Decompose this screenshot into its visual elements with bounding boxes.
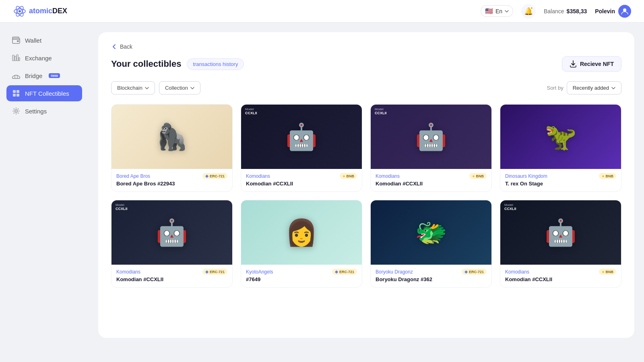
page-title: Your collectibles [111,59,181,69]
nft-info: Komodians ● BNB Komodian #CCXLII [500,265,621,287]
sort-chevron-icon [611,87,615,89]
nft-image: 🐲 [371,200,491,265]
svg-rect-10 [19,58,20,61]
nft-name: Komodian #CCXLII [246,181,357,187]
sidebar-item-bridge[interactable]: Bridge new [6,68,82,84]
nft-chain-badge: ● BNB [599,269,616,275]
sort-value: Recently added [573,85,609,91]
blockchain-filter[interactable]: Blockchain [111,81,155,95]
nft-collection-row: Komodians ◆ ERC-721 [116,269,227,275]
nft-collection-name: Komodians [116,269,140,275]
chevron-down-icon [505,10,509,12]
nft-icon [12,89,20,97]
collection-chevron-icon [190,87,194,89]
nft-chain-badge: ◆ ERC-721 [462,269,487,275]
sort-by-label: Sort by [547,85,563,91]
filters-row: Blockchain Collection Sort by [111,81,621,95]
nft-chain-badge: ◆ ERC-721 [202,173,227,179]
wallet-icon [12,36,20,44]
flag-icon: 🇺🇸 [485,7,493,15]
nft-chain-badge: ◆ ERC-721 [202,269,227,275]
logo[interactable]: atomicDEX [13,4,67,18]
svg-rect-18 [13,94,16,97]
receive-nft-label: Recieve NFT [580,61,614,67]
nft-name: Komodian #CCXLII [505,276,616,282]
nft-name: Bored Ape Bros #22943 [116,181,227,187]
sidebar-item-settings-label: Settings [25,108,47,115]
balance-section: Balance $358,33 [544,8,587,14]
model-label: ModelCCXLII [116,204,128,211]
nft-image: ModelCCXLII 🤖 [500,200,621,265]
sidebar-item-wallet[interactable]: Wallet [6,32,82,48]
nft-card[interactable]: 🐲 Boryoku Dragonz ◆ ERC-721 Boryoku Drag… [370,200,492,288]
nft-image: 👩 [241,200,362,265]
nft-card[interactable]: 🦍 Bored Ape Bros ◆ ERC-721 Bored Ape Bro… [111,104,233,192]
nft-info: Bored Ape Bros ◆ ERC-721 Bored Ape Bros … [111,169,232,191]
model-label: ModelCCXLII [245,108,257,115]
nft-collection-row: Boryoku Dragonz ◆ ERC-721 [376,269,487,275]
exchange-icon [12,54,20,62]
logo-atomic: atomicDEX [29,7,67,15]
nft-card[interactable]: ModelCCXLII 🤖 Komodians ◆ ERC-721 Komodi… [111,200,233,288]
notifications-button[interactable]: 🔔 [521,4,536,19]
main-card: Back Your collectibles transactions hist… [98,32,634,338]
settings-icon [12,107,20,115]
nft-card[interactable]: 👩 KyotoAngels ◆ ERC-721 #7649 [241,200,362,288]
nft-card[interactable]: ModelCCXLII 🤖 Komodians ● BNB Komodian #… [370,104,492,192]
nft-info: Dinosaurs Kingdom ● BNB T. rex On Stage [500,169,621,191]
nft-collection-name: Dinosaurs Kingdom [505,173,547,179]
nft-collection-row: Dinosaurs Kingdom ● BNB [505,173,616,179]
nft-card[interactable]: ModelCCXLII 🤖 Komodians ● BNB Komodian #… [241,104,362,192]
nft-collection-name: KyotoAngels [246,269,273,275]
balance-label: Balance [544,8,564,14]
sidebar-item-bridge-label: Bridge [25,72,42,79]
logo-icon [13,4,27,18]
blockchain-chevron-icon [145,87,149,89]
nft-chain-badge: ● BNB [599,173,616,179]
filters-left: Blockchain Collection [111,81,200,95]
balance-amount: $358,33 [567,8,587,14]
blockchain-label: Blockchain [117,85,142,91]
collection-filter[interactable]: Collection [159,81,200,95]
sidebar-item-nft-collectibles[interactable]: NFT Collectibles [6,85,82,101]
nft-name: #7649 [246,276,357,282]
content-area: Back Your collectibles transactions hist… [89,23,644,362]
nft-name: Komodian #CCXLII [116,276,227,282]
language-selector[interactable]: 🇺🇸 En [481,5,513,17]
main-layout: Wallet Exchange [0,23,644,362]
model-label: ModelCCXLII [375,108,387,115]
nft-card[interactable]: 🦖 Dinosaurs Kingdom ● BNB T. rex On Stag… [500,104,621,192]
lang-label: En [495,8,502,14]
back-button[interactable]: Back [111,43,621,50]
topnav-right: 🇺🇸 En 🔔 Balance $358,33 Polevin [481,4,631,19]
sort-dropdown[interactable]: Recently added [567,81,621,95]
receive-icon [570,60,577,68]
sidebar-item-settings[interactable]: Settings [6,103,82,119]
user-section[interactable]: Polevin [595,5,631,18]
nft-collection-row: Bored Ape Bros ◆ ERC-721 [116,173,227,179]
nft-name: T. rex On Stage [505,181,616,187]
nft-image: ModelCCXLII 🤖 [371,105,491,169]
nft-collection-row: KyotoAngels ◆ ERC-721 [246,269,357,275]
transactions-history-button[interactable]: transactions history [187,58,244,70]
sidebar-item-wallet-label: Wallet [25,37,41,44]
avatar [618,5,631,18]
nft-collection-name: Komodians [376,173,400,179]
user-icon [621,8,628,15]
svg-rect-9 [17,55,18,61]
page-header-left: Your collectibles transactions history [111,58,244,70]
sidebar-item-nft-label: NFT Collectibles [25,90,69,97]
bridge-new-badge: new [49,73,60,78]
nft-card[interactable]: ModelCCXLII 🤖 Komodians ● BNB Komodian #… [500,200,621,288]
nft-chain-badge: ● BNB [340,173,357,179]
nft-name: Komodian #CCXLII [376,181,487,187]
back-arrow-icon [111,43,118,50]
svg-rect-6 [17,41,19,42]
notification-dot [530,6,533,10]
svg-point-20 [15,110,17,112]
nft-image: 🦖 [500,105,621,169]
sidebar-item-exchange[interactable]: Exchange [6,50,82,66]
nft-chain-badge: ◆ ERC-721 [332,269,357,275]
receive-nft-button[interactable]: Recieve NFT [562,56,621,72]
nft-grid: 🦍 Bored Ape Bros ◆ ERC-721 Bored Ape Bro… [111,104,621,288]
